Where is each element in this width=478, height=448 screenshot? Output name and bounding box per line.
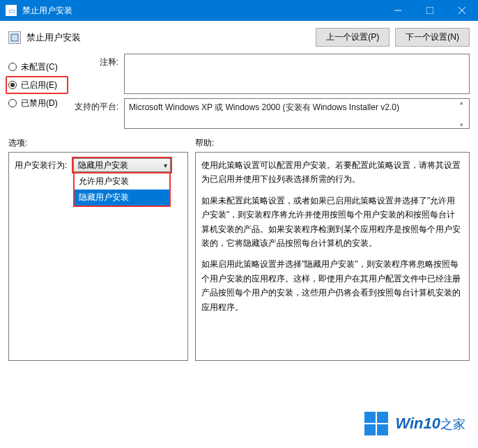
options-section-label: 选项: — [8, 137, 195, 149]
behavior-combo-wrap: 隐藏用户安装 ▾ 允许用户安装 隐藏用户安装 — [73, 158, 182, 172]
scroll-down-icon: ▾ — [460, 121, 463, 128]
options-panel: 用户安装行为: 隐藏用户安装 ▾ 允许用户安装 隐藏用户安装 — [8, 152, 188, 361]
radio-icon — [8, 99, 17, 107]
maximize-button[interactable] — [414, 0, 446, 21]
help-section-label: 帮助: — [195, 137, 470, 149]
help-paragraph: 如果未配置此策略设置，或者如果已启用此策略设置并选择了"允许用户安装"，则安装程… — [201, 194, 463, 251]
radio-enabled[interactable]: 已启用(E) — [6, 76, 68, 94]
svg-rect-1 — [426, 7, 433, 14]
chevron-down-icon: ▾ — [164, 162, 167, 169]
comment-textarea[interactable] — [124, 54, 470, 94]
policy-icon — [8, 31, 21, 44]
page-title: 禁止用户安装 — [26, 31, 310, 44]
watermark-brand: Win10 — [395, 415, 440, 432]
comment-row: 注释: — [74, 54, 470, 94]
watermark-suffix: 之家 — [440, 417, 465, 431]
radio-disabled[interactable]: 已禁用(D) — [8, 94, 68, 112]
minimize-icon — [394, 7, 401, 14]
scrollbar[interactable]: ▴ ▾ — [456, 99, 468, 128]
prev-setting-button[interactable]: 上一个设置(P) — [316, 28, 390, 47]
lower-area: 用户安装行为: 隐藏用户安装 ▾ 允许用户安装 隐藏用户安装 使用此策略设置可以… — [0, 152, 478, 368]
next-setting-button[interactable]: 下一个设置(N) — [395, 28, 470, 47]
combo-selected-value: 隐藏用户安装 — [78, 160, 128, 171]
behavior-dropdown: 允许用户安装 隐藏用户安装 — [73, 172, 171, 207]
radio-label: 已禁用(D) — [21, 98, 58, 109]
radio-label: 已启用(E) — [21, 79, 57, 91]
windows-logo-icon — [364, 412, 388, 435]
scroll-up-icon: ▴ — [460, 99, 463, 106]
platform-row: 支持的平台: Microsoft Windows XP 或 Windows 20… — [74, 98, 470, 129]
titlebar: ▭ 禁止用户安装 — [0, 0, 478, 21]
comment-label: 注释: — [74, 54, 118, 68]
svg-rect-4 — [11, 34, 18, 41]
behavior-label: 用户安装行为: — [15, 158, 69, 171]
minimize-button[interactable] — [382, 0, 414, 21]
help-paragraph: 如果启用此策略设置并选择"隐藏用户安装"，则安装程序将忽略按照每个用户安装的应用… — [201, 257, 463, 314]
platform-box: Microsoft Windows XP 或 Windows 2000 (安装有… — [124, 98, 470, 129]
maximize-icon — [426, 7, 433, 14]
behavior-combo[interactable]: 隐藏用户安装 ▾ — [73, 158, 171, 172]
window-title: 禁止用户安装 — [22, 5, 382, 17]
radio-icon — [8, 81, 17, 89]
platform-label: 支持的平台: — [74, 98, 118, 113]
upper-area: 未配置(C) 已启用(E) 已禁用(D) 注释: 支持的平台: Microsof… — [0, 52, 478, 130]
fields-column: 注释: 支持的平台: Microsoft Windows XP 或 Window… — [74, 54, 470, 129]
behavior-row: 用户安装行为: 隐藏用户安装 ▾ 允许用户安装 隐藏用户安装 — [15, 158, 182, 172]
radio-not-configured[interactable]: 未配置(C) — [8, 58, 68, 76]
dropdown-item-hide[interactable]: 隐藏用户安装 — [75, 190, 169, 206]
watermark: Win10之家 — [364, 412, 465, 435]
close-button[interactable] — [446, 0, 478, 21]
help-paragraph: 使用此策略设置可以配置用户安装。若要配置此策略设置，请将其设置为已启用并使用下拉… — [201, 158, 463, 187]
header-row: 禁止用户安装 上一个设置(P) 下一个设置(N) — [0, 21, 478, 52]
platform-value: Microsoft Windows XP 或 Windows 2000 (安装有… — [129, 102, 399, 112]
help-panel: 使用此策略设置可以配置用户安装。若要配置此策略设置，请将其设置为已启用并使用下拉… — [195, 152, 470, 361]
app-icon: ▭ — [6, 5, 17, 16]
dropdown-item-allow[interactable]: 允许用户安装 — [75, 173, 169, 190]
radio-label: 未配置(C) — [21, 61, 58, 73]
radio-icon — [8, 63, 17, 71]
section-labels: 选项: 帮助: — [0, 130, 478, 152]
radio-group: 未配置(C) 已启用(E) 已禁用(D) — [4, 54, 68, 129]
close-icon — [458, 7, 465, 14]
